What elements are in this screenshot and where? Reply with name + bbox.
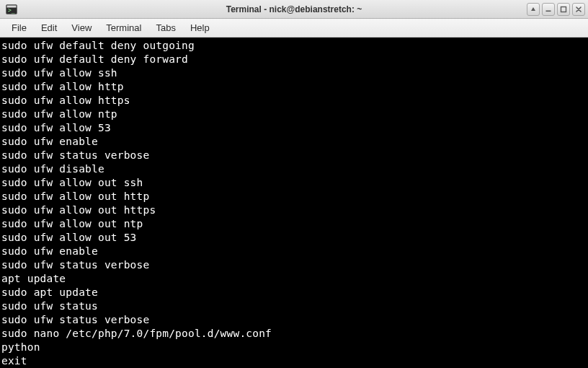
window-up-button[interactable] — [527, 3, 540, 16]
terminal-line: sudo ufw enable — [1, 245, 587, 258]
terminal-line: sudo ufw default deny outgoing — [1, 39, 587, 53]
terminal-line: sudo ufw allow out ssh — [1, 176, 587, 190]
terminal-line: sudo ufw allow 53 — [1, 121, 587, 135]
terminal-line: sudo ufw allow out ntp — [1, 217, 587, 231]
terminal-line: sudo ufw allow out 53 — [1, 231, 587, 245]
terminal-line: sudo ufw allow ssh — [1, 66, 587, 80]
terminal-line: sudo ufw allow ntp — [1, 108, 587, 121]
window-title: Terminal - nick@debianstretch: ~ — [0, 4, 588, 14]
titlebar: >_ Terminal - nick@debianstretch: ~ — [0, 0, 588, 19]
menu-help[interactable]: Help — [183, 20, 217, 35]
menu-view[interactable]: View — [64, 20, 99, 35]
menu-file[interactable]: File — [4, 20, 34, 35]
minimize-button[interactable] — [542, 3, 555, 16]
terminal-line: sudo ufw status — [1, 299, 587, 313]
svg-rect-4 — [561, 6, 566, 12]
close-button[interactable] — [572, 3, 585, 16]
menu-tabs[interactable]: Tabs — [148, 20, 182, 35]
terminal-line: sudo apt update — [1, 286, 587, 299]
terminal-line: sudo ufw allow out https — [1, 203, 587, 217]
terminal-line: sudo ufw allow out http — [1, 190, 587, 203]
terminal-line: sudo ufw allow http — [1, 80, 587, 94]
terminal-line: sudo ufw default deny forward — [1, 53, 587, 66]
terminal-line: sudo ufw allow https — [1, 94, 587, 108]
terminal-line: apt update — [1, 272, 587, 286]
terminal-line: sudo ufw status verbose — [1, 313, 587, 327]
terminal-line: sudo ufw status verbose — [1, 258, 587, 272]
terminal-line: exit — [1, 354, 587, 368]
menubar: File Edit View Terminal Tabs Help — [0, 19, 588, 38]
svg-text:>_: >_ — [8, 7, 15, 14]
maximize-button[interactable] — [557, 3, 570, 16]
terminal-output[interactable]: sudo ufw default deny outgoingsudo ufw d… — [0, 38, 588, 368]
menu-terminal[interactable]: Terminal — [99, 20, 148, 35]
menu-edit[interactable]: Edit — [34, 20, 64, 35]
terminal-line: sudo ufw status verbose — [1, 149, 587, 162]
terminal-line: sudo ufw enable — [1, 135, 587, 149]
terminal-line: sudo ufw disable — [1, 162, 587, 176]
terminal-app-icon: >_ — [6, 4, 17, 15]
window-controls — [527, 3, 585, 16]
terminal-line: python — [1, 341, 587, 354]
svg-rect-3 — [546, 10, 551, 12]
terminal-line: sudo nano /etc/php/7.0/fpm/pool.d/www.co… — [1, 327, 587, 341]
